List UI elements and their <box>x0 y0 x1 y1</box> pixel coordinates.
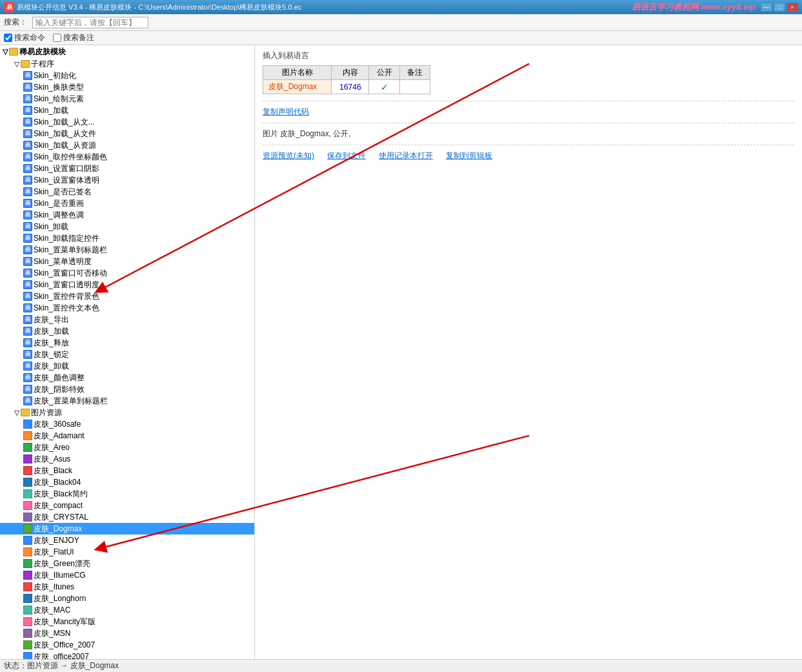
tree-image-item[interactable]: 皮肤_MSN <box>0 627 254 639</box>
tree-function-item[interactable]: 函Skin_置控件文本色 <box>0 302 254 314</box>
checkbox-commands-input[interactable] <box>4 34 12 42</box>
tree-function-item[interactable]: 函皮肤_置菜单到标题栏 <box>0 395 254 407</box>
divider3 <box>263 145 794 145</box>
function-name: Skin_换肤类型 <box>34 82 84 93</box>
tree-function-item[interactable]: 函皮肤_导出 <box>0 314 254 325</box>
copy-code-link[interactable]: 复制声明代码 <box>263 107 789 117</box>
action-copy[interactable]: 复制到剪辑板 <box>446 150 492 161</box>
tree-function-item[interactable]: 函皮肤_锁定 <box>0 349 254 360</box>
function-icon: 函 <box>23 327 32 336</box>
image-name: 皮肤_Adamant <box>34 431 85 442</box>
tree-function-item[interactable]: 函Skin_加载_从文... <box>0 116 254 128</box>
tree-function-item[interactable]: 函Skin_调整色调 <box>0 209 254 221</box>
close-button[interactable]: × <box>787 3 798 12</box>
function-name: 皮肤_释放 <box>34 338 69 349</box>
statusbar: 状态：图片资源 → 皮肤_Dogmax <box>0 659 802 672</box>
tree-function-item[interactable]: 函Skin_初始化 <box>0 70 254 81</box>
tree-image-item[interactable]: 皮肤_MAC <box>0 604 254 616</box>
image-name: 皮肤_MAC <box>34 605 70 616</box>
maximize-button[interactable]: □ <box>774 3 785 12</box>
function-name: 皮肤_阴影特效 <box>34 384 85 395</box>
tree-function-item[interactable]: 函皮肤_阴影特效 <box>0 383 254 395</box>
function-icon: 函 <box>23 373 32 382</box>
function-name: Skin_置窗口可否移动 <box>34 268 107 279</box>
tree-image-item[interactable]: 皮肤_compact <box>0 500 254 511</box>
image-thumbnail <box>23 559 32 568</box>
root-folder-icon <box>9 48 18 56</box>
function-name: 皮肤_置菜单到标题栏 <box>34 396 108 407</box>
function-name: Skin_置窗口透明度 <box>34 280 99 290</box>
tree-image-item[interactable]: 皮肤_Itunes <box>0 581 254 593</box>
tree-function-item[interactable]: 函Skin_设置窗口阴影 <box>0 163 254 174</box>
image-thumbnail <box>23 513 32 522</box>
function-name: Skin_是否已签名 <box>34 187 92 198</box>
subprogram-label: 子程序 <box>31 59 54 70</box>
tree-image-item[interactable]: 皮肤_Black <box>0 465 254 476</box>
checkbox-notes-input[interactable] <box>53 34 61 42</box>
tree-function-item[interactable]: 函皮肤_颜色调整 <box>0 372 254 383</box>
tree-image-item[interactable]: 皮肤_Longhorn <box>0 593 254 604</box>
col-header-public: 公开 <box>369 66 399 80</box>
tree-image-item[interactable]: 皮肤_Dogmax <box>0 523 254 535</box>
tree-image-item[interactable]: 皮肤_360safe <box>0 418 254 430</box>
tree-image-item[interactable]: 皮肤_Green漂亮 <box>0 558 254 569</box>
search-input[interactable] <box>32 17 148 28</box>
image-thumbnail <box>23 571 32 580</box>
function-icon: 函 <box>23 338 32 347</box>
tree-image-item[interactable]: 皮肤_office2007 <box>0 651 254 659</box>
image-name: 皮肤_Dogmax <box>34 524 82 535</box>
tree-function-item[interactable]: 函Skin_卸载 <box>0 221 254 232</box>
tree-image-item[interactable]: 皮肤_Asus <box>0 453 254 465</box>
tree-image-item[interactable]: 皮肤_Adamant <box>0 430 254 442</box>
tree-function-item[interactable]: 函Skin_置菜单到标题栏 <box>0 244 254 256</box>
tree-subprogram-group[interactable]: ▽ 子程序 <box>0 58 254 70</box>
tree-panel[interactable]: ▽ 稀易皮肤模块 ▽ 子程序 函Skin_初始化函Skin_换肤类型函Skin_… <box>0 45 255 659</box>
tree-image-item[interactable]: 皮肤_ENJOY <box>0 535 254 546</box>
function-icon: 函 <box>23 71 32 80</box>
image-name: 皮肤_Green漂亮 <box>34 558 90 569</box>
tree-images-group[interactable]: ▽ 图片资源 <box>0 407 254 418</box>
tree-function-item[interactable]: 函Skin_取控件坐标颜色 <box>0 151 254 163</box>
tree-function-item[interactable]: 函Skin_菜单透明度 <box>0 256 254 267</box>
tree-image-item[interactable]: 皮肤_FlatUI <box>0 546 254 558</box>
tree-function-item[interactable]: 函Skin_换肤类型 <box>0 81 254 93</box>
function-name: Skin_加载_从文件 <box>34 128 96 139</box>
tree-root[interactable]: ▽ 稀易皮肤模块 <box>0 45 254 58</box>
tree-function-item[interactable]: 函Skin_是否已签名 <box>0 186 254 198</box>
tree-function-item[interactable]: 函Skin_绘制元素 <box>0 93 254 105</box>
tree-function-item[interactable]: 函Skin_设置窗体透明 <box>0 174 254 186</box>
tree-image-item[interactable]: 皮肤_Black简约 <box>0 488 254 500</box>
tree-image-item[interactable]: 皮肤_Mancity军版 <box>0 616 254 627</box>
tree-function-item[interactable]: 函Skin_置控件背景色 <box>0 290 254 302</box>
table-row[interactable]: 皮肤_Dogmax 16746 ✓ <box>263 80 430 94</box>
tree-image-item[interactable]: 皮肤_CRYSTAL <box>0 511 254 523</box>
function-name: Skin_卸载 <box>34 221 68 232</box>
action-save[interactable]: 保存到文件 <box>327 150 366 161</box>
tree-function-item[interactable]: 函Skin_置窗口透明度 <box>0 279 254 290</box>
tree-function-item[interactable]: 函Skin_是否重画 <box>0 198 254 209</box>
checkbox-commands[interactable]: 搜索命令 <box>4 32 45 43</box>
tree-function-item[interactable]: 函皮肤_卸载 <box>0 360 254 372</box>
tree-function-item[interactable]: 函皮肤_加载 <box>0 325 254 337</box>
function-name: Skin_调整色调 <box>34 210 84 221</box>
tree-function-item[interactable]: 函Skin_加载 <box>0 105 254 116</box>
function-name: 皮肤_锁定 <box>34 349 69 360</box>
function-name: Skin_取控件坐标颜色 <box>34 152 107 163</box>
tree-image-item[interactable]: 皮肤_Office_2007 <box>0 639 254 651</box>
tree-image-item[interactable]: 皮肤_Areo <box>0 442 254 453</box>
tree-function-item[interactable]: 函Skin_卸载指定控件 <box>0 232 254 244</box>
checkbox-notes[interactable]: 搜索备注 <box>53 32 94 43</box>
image-thumbnail <box>23 652 32 659</box>
tree-function-item[interactable]: 函Skin_加载_从文件 <box>0 128 254 139</box>
minimize-button[interactable]: — <box>761 3 772 12</box>
tree-function-item[interactable]: 函Skin_置窗口可否移动 <box>0 267 254 279</box>
tree-image-item[interactable]: 皮肤_IllumeCG <box>0 569 254 581</box>
tree-function-item[interactable]: 函皮肤_释放 <box>0 337 254 349</box>
action-links: 资源预览(未知) 保存到文件 使用记录本打开 复制到剪辑板 <box>263 150 794 161</box>
image-name: 皮肤_Black04 <box>34 477 81 488</box>
tree-image-item[interactable]: 皮肤_Black04 <box>0 476 254 488</box>
tree-function-item[interactable]: 函Skin_加载_从资源 <box>0 139 254 151</box>
checkbox-commands-label: 搜索命令 <box>14 32 45 43</box>
action-open[interactable]: 使用记录本打开 <box>379 150 433 161</box>
action-preview[interactable]: 资源预览(未知) <box>263 150 314 161</box>
